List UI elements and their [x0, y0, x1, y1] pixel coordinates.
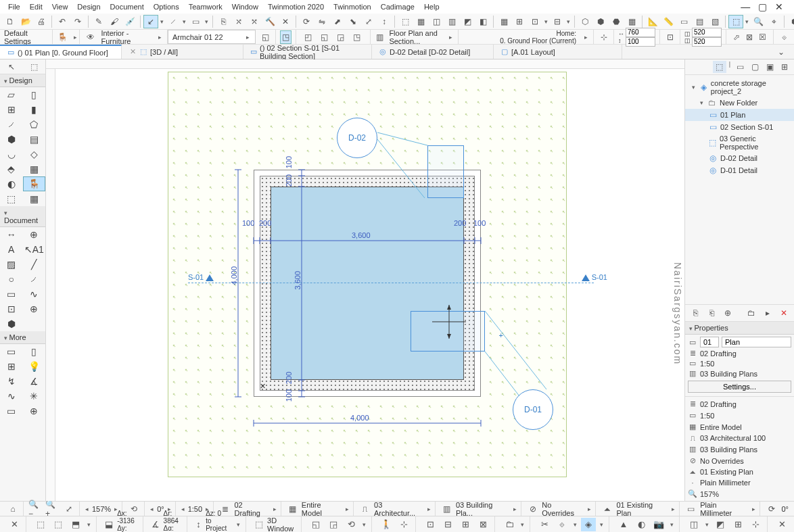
tree-root[interactable]: ▾◈concrete storage project_2 — [685, 78, 794, 97]
cb-g3-icon[interactable]: ⊞ — [730, 518, 745, 531]
nav-mode-project-icon[interactable]: ⬚ — [713, 61, 726, 73]
snap1-icon[interactable]: ⤯ — [231, 15, 246, 28]
menu-edit[interactable]: Edit — [26, 1, 47, 12]
tab-section[interactable]: ▭ () 02 Section S-01 [S-01 Building Sect… — [243, 45, 372, 59]
cb-b1-icon[interactable]: ◱ — [308, 518, 323, 531]
h1-icon[interactable]: 📐 — [645, 15, 660, 28]
ruler-icon[interactable]: ✕ — [278, 15, 293, 28]
fps-icon[interactable]: ▥ — [375, 30, 385, 44]
drawing-tool-icon[interactable]: ▭ — [0, 287, 23, 301]
tab-detail[interactable]: ◎ D-02 Detail [D-02 Detail] — [372, 45, 494, 59]
qp-5[interactable]: ⊘No Overrides — [688, 455, 791, 466]
qp-2[interactable]: ▦Entire Model — [688, 421, 791, 433]
menu-design[interactable]: Design — [73, 1, 104, 12]
tree-item-plan[interactable]: ▭01 Plan — [685, 109, 794, 121]
nav-act3-icon[interactable]: ⊕ — [720, 306, 735, 320]
h4-icon[interactable]: ▤ — [692, 15, 707, 28]
e6-icon[interactable]: ◧ — [475, 15, 490, 28]
p2-icon[interactable]: ◱ — [317, 30, 331, 44]
cb-b3-icon[interactable]: ⟲ — [344, 518, 358, 531]
qp-8[interactable]: 🔍157% — [688, 488, 791, 500]
mesh2-tool-icon[interactable]: ▦ — [23, 191, 46, 206]
cb-g4-icon[interactable]: ⊹ — [748, 518, 763, 531]
cb-close-icon[interactable]: ✕ — [7, 518, 22, 531]
scale-value[interactable]: 1:50 — [188, 505, 202, 513]
cb-a2-icon[interactable]: ⬚ — [51, 518, 66, 531]
morph-tool-icon[interactable]: ◐ — [0, 176, 23, 191]
properties-header[interactable]: Properties — [685, 322, 794, 335]
pick-icon[interactable]: ✎ — [91, 15, 106, 28]
fill-tool-icon[interactable]: ▨ — [0, 257, 23, 272]
rect-icon[interactable]: ▭ — [188, 15, 203, 28]
marquee-tool-icon[interactable]: ⬚ — [26, 60, 41, 74]
menu-view[interactable]: View — [48, 1, 72, 12]
cb-e1-icon[interactable]: ✂ — [537, 518, 552, 531]
f3-icon[interactable]: ⊡ — [528, 15, 542, 28]
qp-0[interactable]: ≣02 Drafting — [688, 398, 791, 410]
mesh-tool-icon[interactable]: ⬘ — [0, 162, 23, 176]
cb-xy-icon[interactable]: ⬓ — [103, 518, 114, 531]
d-icon[interactable]: ↕ — [377, 15, 392, 28]
dim-anchor-icon[interactable]: ⊹ — [598, 30, 609, 44]
tab-plan[interactable]: ▭ () 01 Plan [0. Ground Floor] — [0, 45, 122, 59]
m8-tool-icon[interactable]: ✳ — [23, 389, 46, 404]
j1-icon[interactable]: ⬢ — [787, 15, 794, 28]
window-tool-icon[interactable]: ⊞ — [0, 102, 23, 117]
close-icon[interactable]: ✕ — [129, 48, 137, 56]
menu-options[interactable]: Options — [149, 1, 183, 12]
detail-d02-box[interactable] — [427, 145, 464, 198]
label-tool-icon[interactable]: ↖A1 — [23, 242, 46, 257]
settings-button[interactable]: Settings... — [688, 381, 791, 393]
layer-eye-icon[interactable]: 👁 — [84, 30, 97, 44]
cb-f2-icon[interactable]: ◐ — [634, 518, 649, 531]
qo-s4[interactable]: 03 Building Pla... — [456, 501, 510, 517]
mirror-icon[interactable]: ⇋ — [314, 15, 329, 28]
lock-ratio-icon[interactable]: ⊡ — [664, 30, 676, 44]
wall-tool-icon[interactable]: ▱ — [0, 87, 23, 102]
canvas[interactable]: S-01 S-01 D-02 D-01 + — [46, 59, 684, 501]
tab-3d[interactable]: ✕ ⬚ [3D / All] — [122, 45, 243, 59]
toolbox-more-header[interactable]: More — [0, 331, 45, 344]
qo-s7[interactable]: Plain Millimeter — [700, 501, 749, 517]
new-icon[interactable]: 🗋 — [3, 15, 18, 28]
qo-mvopt-icon[interactable]: ▥ — [440, 502, 454, 516]
tab-layout[interactable]: ▢ [A.01 Layout] — [494, 45, 622, 59]
f2-icon[interactable]: ⊞ — [512, 15, 527, 28]
undo-icon[interactable]: ↶ — [55, 15, 70, 28]
brush-icon[interactable]: 🖌 — [107, 15, 122, 28]
snap2-icon[interactable]: ⤱ — [247, 15, 262, 28]
arrow-tool-icon[interactable]: ↖ — [4, 60, 19, 74]
nav-mode-1-icon[interactable]: ▭ — [733, 61, 747, 73]
e4-icon[interactable]: ▥ — [444, 15, 459, 28]
qo-pens-icon[interactable]: ⎍ — [358, 502, 372, 516]
curtain-tool-icon[interactable]: ▦ — [23, 162, 46, 176]
tab-dropdown-icon[interactable]: ⌄ — [774, 45, 789, 59]
qp-4[interactable]: ▥03 Building Plans — [688, 443, 791, 455]
prop-name-input[interactable] — [722, 337, 791, 347]
g4-icon[interactable]: ▦ — [624, 15, 639, 28]
zoom-value[interactable]: 157% — [92, 505, 111, 513]
toolbox-design-header[interactable]: Design — [0, 74, 45, 87]
e3-icon[interactable]: ◫ — [429, 15, 444, 28]
qp-1[interactable]: ▭1:50 — [688, 410, 791, 421]
e1-icon[interactable]: ⬚ — [398, 15, 413, 28]
home-value[interactable]: 0. Ground Floor (Current) — [500, 37, 576, 45]
qp-3[interactable]: ⎍03 Architectural 100 — [688, 433, 791, 443]
slab-tool-icon[interactable]: ⬠ — [23, 117, 46, 132]
level-tool-icon[interactable]: ⊕ — [23, 227, 46, 242]
m7-tool-icon[interactable]: ∿ — [0, 389, 23, 404]
end-icon[interactable]: ⟐ — [778, 30, 790, 44]
p1-icon[interactable]: ◰ — [300, 30, 315, 44]
detail-d01[interactable]: D-01 — [513, 389, 553, 430]
cb-c2-icon[interactable]: ⊟ — [440, 518, 455, 531]
cb-a1-icon[interactable]: ⬚ — [33, 518, 48, 531]
trace-toggle-icon[interactable]: ⬚ — [728, 15, 743, 28]
spline-tool-icon[interactable]: ∿ — [23, 287, 46, 301]
door-tool-icon[interactable]: ▯ — [23, 87, 46, 102]
open-icon[interactable]: 📂 — [18, 15, 33, 28]
cb-c4-icon[interactable]: ⊠ — [475, 518, 490, 531]
mirx-icon[interactable]: ⬀ — [730, 30, 743, 44]
shell-tool-icon[interactable]: ◡ — [0, 147, 23, 162]
qo-s8[interactable]: 0° — [781, 505, 789, 513]
menu-file[interactable]: File — [4, 1, 24, 12]
